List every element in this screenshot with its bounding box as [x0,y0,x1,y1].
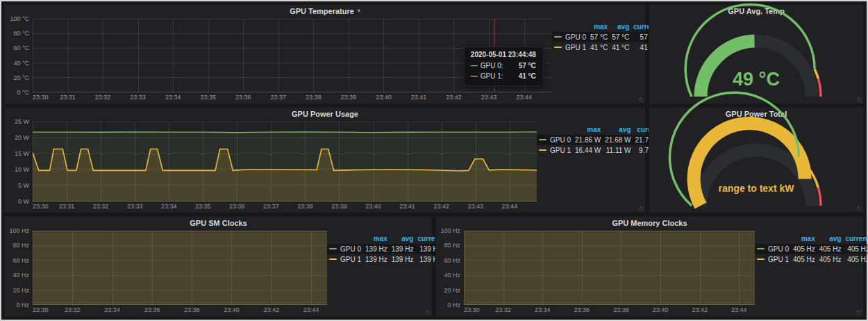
x-axis-tick-label: 23:38 [184,306,200,313]
tooltip-series-value: 41 °C [509,71,536,81]
x-axis-tick-label: 23:38 [306,94,322,101]
y-axis-tick-label: 0 Hz [16,302,29,308]
x-axis-tick-label: 23:44 [501,203,517,210]
x-axis-tick-label: 23:30 [33,94,49,101]
y-axis-tick-label: 100 Hz [440,227,460,234]
series-color-icon [757,248,765,249]
sm-clocks-plot-area[interactable] [33,231,327,305]
x-axis-tick-label: 23:36 [235,94,251,101]
x-axis-tick-label: 23:36 [229,203,245,210]
x-axis-tick-label: 23:33 [127,203,143,210]
legend-row: GPU 0139 Hz139 Hz139 Hz [327,244,444,254]
legend-header-avg[interactable]: avg [390,234,416,244]
gpu-temperature-title[interactable]: GPU Temperature ▾ [5,5,645,17]
legend-header-avg[interactable]: avg [817,234,844,244]
power-x-axis: 23:3023:3123:3223:3323:3423:3523:3623:37… [33,201,537,211]
legend-series-name[interactable]: GPU 1 [550,147,571,154]
gpu-sm-clocks-title: GPU SM Clocks [5,217,432,229]
legend-value: 139 Hz [390,254,416,265]
x-axis-tick-label: 23:33 [130,94,146,101]
x-axis-tick-label: 23:44 [516,94,532,101]
memory-clocks-plot-area[interactable] [464,231,755,305]
temperature-y-axis: 100 °C80 °C60 °C40 °C20 °C0 °C [8,19,33,92]
y-axis-tick-label: 40 °C [13,60,29,67]
legend-header-avg[interactable]: avg [610,22,631,32]
chevron-down-icon[interactable]: ▾ [358,8,360,14]
x-axis-tick-label: 23:44 [303,306,319,313]
legend-value: 57 °C [610,32,631,42]
x-axis-tick-label: 23:35 [200,94,216,101]
series-color-icon [539,139,546,140]
legend-header-max[interactable]: max [573,125,603,135]
series-color-icon [554,36,562,38]
legend-series-name[interactable]: GPU 0 [565,33,586,41]
legend-value: 405 Hz [817,244,844,254]
legend-header-max[interactable]: max [363,234,390,244]
power-plot-area[interactable] [33,122,537,201]
memory-clocks-y-axis: 100 Hz80 Hz60 Hz40 Hz20 Hz0 Hz [439,231,464,305]
y-axis-tick-label: 20 °C [13,74,29,81]
legend-value: 139 Hz [390,244,416,254]
panel-resize-handle[interactable] [857,310,862,315]
dashboard-row-2: GPU Power Usage 25 W20 W15 W10 W5 W0 W 2… [4,107,864,213]
legend-header-max[interactable]: max [588,22,610,32]
legend-row: GPU 116.44 W11.11 W9.79 W [537,145,663,156]
series-color-icon [757,258,765,260]
legend-series-name[interactable]: GPU 0 [550,136,571,144]
panel-title-text: GPU SM Clocks [190,219,247,227]
panel-resize-handle[interactable] [639,97,644,102]
legend-value: 405 Hz [843,244,868,254]
panel-title-text: GPU Memory Clocks [612,219,687,227]
y-axis-tick-label: 60 Hz [12,257,29,264]
panel-resize-handle[interactable] [857,97,862,102]
legend-value: 41 °C [588,42,610,53]
legend-header-max[interactable]: max [791,234,817,244]
series-dash-icon: — [471,60,478,71]
series-color-icon [539,149,546,151]
x-axis-tick-label: 23:39 [341,94,357,101]
tooltip-row: — GPU 1: 41 °C [471,71,536,81]
x-axis-tick-label: 23:36 [144,306,160,313]
legend-series-name[interactable]: GPU 0 [768,245,789,253]
x-axis-tick-label: 23:40 [376,94,392,101]
y-axis-tick-label: 40 Hz [444,272,460,279]
x-axis-tick-label: 23:43 [467,203,483,210]
legend-value: 21.86 W [573,135,603,145]
legend-series-name[interactable]: GPU 0 [340,245,361,253]
power-total-gauge: range to text kW [649,120,863,213]
x-axis-tick-label: 23:34 [165,94,181,101]
power-y-axis: 25 W20 W15 W10 W5 W0 W [8,122,33,201]
legend-value: 139 Hz [363,244,390,254]
y-axis-tick-label: 100 °C [10,15,29,22]
x-axis-tick-label: 23:42 [433,203,449,210]
temperature-plot-area[interactable]: 2020-05-01 23:44:48 — GPU 0: 57 °C — GPU… [33,19,552,92]
panel-resize-handle[interactable] [426,310,431,315]
legend-header-current[interactable]: current [843,234,868,244]
y-axis-tick-label: 80 Hz [12,242,29,249]
dashboard-row-3: GPU SM Clocks 100 Hz80 Hz60 Hz40 Hz20 Hz… [4,216,864,317]
legend-value: 139 Hz [363,254,390,265]
x-axis-tick-label: 23:32 [495,306,511,313]
panel-gpu-sm-clocks: GPU SM Clocks 100 Hz80 Hz60 Hz40 Hz20 Hz… [4,216,433,317]
legend-header-avg[interactable]: avg [603,125,633,135]
legend-series-name[interactable]: GPU 1 [565,44,586,51]
x-axis-tick-label: 23:32 [93,203,109,210]
x-axis-tick-label: 23:30 [464,306,480,313]
gauge-value-text: 49 °C [733,69,780,90]
panel-gpu-memory-clocks: GPU Memory Clocks 100 Hz80 Hz60 Hz40 Hz2… [435,216,864,317]
legend-value: 405 Hz [817,254,844,265]
y-axis-tick-label: 0 °C [17,89,29,96]
y-axis-tick-label: 80 °C [13,30,29,37]
x-axis-tick-label: 23:36 [574,306,590,313]
gauge-value-text: range to text kW [719,183,795,194]
y-axis-tick-label: 10 W [15,166,29,173]
panel-gpu-avg-temp: GPU Avg. Temp 49 °C [649,4,864,104]
x-axis-tick-label: 23:42 [264,306,280,313]
legend-series-name[interactable]: GPU 1 [340,256,361,263]
legend-row: GPU 021.86 W21.68 W21.77 W [537,135,663,145]
panel-resize-handle[interactable] [639,206,644,211]
tooltip-row: — GPU 0: 57 °C [471,60,536,71]
x-axis-tick-label: 23:42 [446,94,462,101]
legend-series-name[interactable]: GPU 1 [768,256,789,263]
panel-resize-handle[interactable] [857,206,862,211]
